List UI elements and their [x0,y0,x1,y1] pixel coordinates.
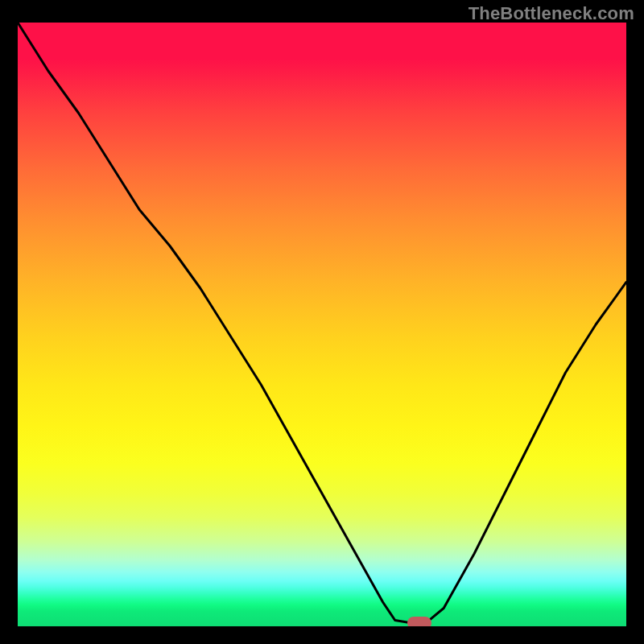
plot-area [18,23,626,626]
chart-frame: TheBottleneck.com [0,0,644,644]
watermark-text: TheBottleneck.com [469,3,634,24]
optimal-marker [407,617,431,626]
bottleneck-curve [18,23,626,626]
